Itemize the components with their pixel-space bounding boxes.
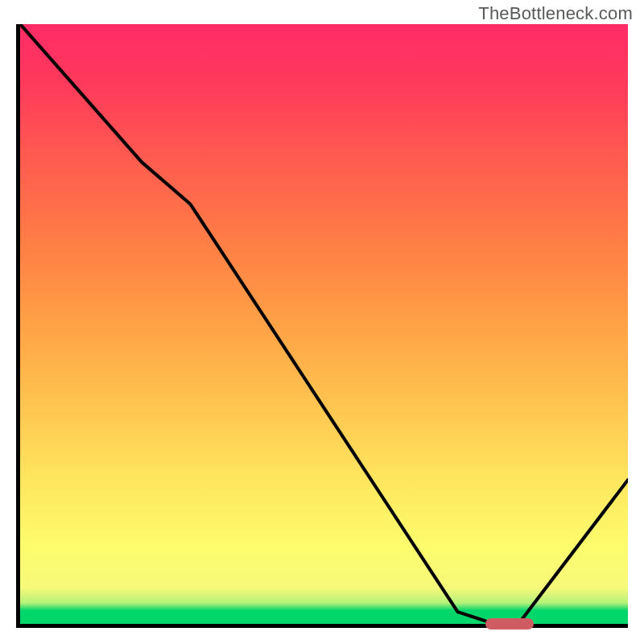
bottleneck-curve-path [20,24,628,624]
chart-plot-area [16,24,628,628]
optimal-range-marker [485,618,535,630]
watermark-text: TheBottleneck.com [478,3,633,24]
chart-line-svg [20,24,628,624]
